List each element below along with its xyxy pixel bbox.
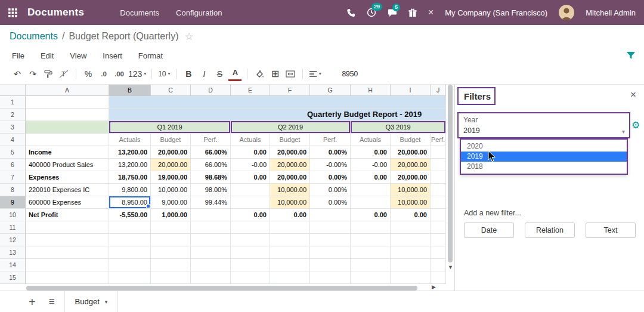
cell-G4[interactable]: Perf. [310,134,351,146]
cell-E9[interactable] [231,196,270,209]
sheet-tab-budget[interactable]: Budget ▾ [64,291,119,312]
cell-A6[interactable]: 400000 Product Sales [26,159,109,171]
cell-D4[interactable]: Perf. [191,134,231,146]
cell-F7[interactable]: 20,000.00 [270,171,310,184]
font-size-selector[interactable]: 10▾ [157,67,171,81]
cell-B8[interactable]: 9,800.00 [109,184,151,196]
cell-J13[interactable] [431,246,446,259]
year-option-2019-selected[interactable]: 2019 [461,152,627,162]
cell-F8[interactable]: 10,000.00 [270,184,310,196]
cell-H12[interactable] [351,234,391,246]
cell-A14[interactable] [26,259,109,271]
cell-H7[interactable]: 0.00 [351,171,391,184]
apps-menu-icon[interactable] [0,8,25,17]
col-header-D[interactable]: D [191,85,231,96]
cell-G6[interactable]: -0.00% [310,159,351,171]
cell-D7[interactable]: 98.68% [191,171,231,184]
cell-E5[interactable]: 0.00 [231,146,270,159]
cell-H15[interactable] [351,271,391,284]
row-header-13[interactable]: 13 [0,246,26,259]
cell-J7[interactable] [431,171,446,184]
cell-B7[interactable]: 18,750.00 [109,171,151,184]
chevron-down-icon[interactable]: ▾ [622,128,625,135]
cell-E15[interactable] [231,271,270,284]
add-sheet-button[interactable]: + [29,296,36,308]
cell-D11[interactable] [191,221,231,234]
close-panel-icon[interactable]: × [630,89,636,100]
col-header-G[interactable]: G [310,85,351,96]
cell-J4[interactable]: Perf. [431,134,446,146]
cell-F6[interactable]: 20,000.00 [270,159,310,171]
cell-B14[interactable] [109,259,151,271]
cell-J10[interactable] [431,209,446,221]
cell-D9[interactable]: 99.44% [191,196,231,209]
vertical-scrollbar[interactable]: ▼ [447,85,454,284]
cell-C7[interactable]: 19,000.00 [151,171,191,184]
cell-F11[interactable] [270,221,310,234]
cell-B13[interactable] [109,246,151,259]
cell-I9[interactable]: 10,000.00 [391,196,431,209]
cell-E7[interactable]: 0.00 [231,171,270,184]
col-header-I[interactable]: I [391,85,431,96]
col-header-H[interactable]: H [351,85,391,96]
cell-A15[interactable] [26,271,109,284]
breadcrumb-documents[interactable]: Documents [10,31,58,42]
row-header-4[interactable]: 4 [0,134,26,146]
cell-D14[interactable] [191,259,231,271]
quarter-header-2[interactable]: Q2 2019 [231,121,351,134]
cell-D15[interactable] [191,271,231,284]
cell-B10[interactable]: -5,550.00 [109,209,151,221]
year-option-2018[interactable]: 2018 [461,162,627,172]
sheet-list-icon[interactable]: ≡ [49,296,55,307]
cell-C9[interactable]: 9,000.00 [151,196,191,209]
cell-C8[interactable]: 10,000.00 [151,184,191,196]
cell-H8[interactable] [351,184,391,196]
cell-F4[interactable]: Budget [270,134,310,146]
cell-G11[interactable] [310,221,351,234]
format-percent-icon[interactable]: % [82,67,95,81]
undo-icon[interactable]: ↶ [11,67,24,81]
sheet-title-cell[interactable]: Quarterly Budget Report - 2019 [109,109,446,121]
cell-I11[interactable] [391,221,431,234]
row-header-15[interactable]: 15 [0,271,26,284]
gear-icon[interactable]: ⚙ [631,121,640,130]
cell-I10[interactable]: 0.00 [391,209,431,221]
cell-B4[interactable]: Actuals [109,134,151,146]
col-header-C[interactable]: C [151,85,191,96]
cell-B5[interactable]: 13,200.00 [109,146,151,159]
favorite-star-icon[interactable]: ☆ [184,30,193,43]
cell-E14[interactable] [231,259,270,271]
redo-icon[interactable]: ↷ [26,67,39,81]
cell-H10[interactable]: 0.00 [351,209,391,221]
phone-icon[interactable] [346,8,355,17]
cell-A11[interactable] [26,221,109,234]
row-header-6[interactable]: 6 [0,159,26,171]
cell-C10[interactable]: 1,000.00 [151,209,191,221]
cell-E11[interactable] [231,221,270,234]
col-header-E[interactable]: E [231,85,270,96]
topbar-menu-documents[interactable]: Documents [120,8,159,17]
row-header-8[interactable]: 8 [0,184,26,196]
cell-B1[interactable] [109,96,446,109]
user-avatar[interactable] [559,5,574,20]
strikethrough-button[interactable]: S [213,67,226,81]
cell-G8[interactable]: 0.00% [310,184,351,196]
cell-E10[interactable]: 0.00 [231,209,270,221]
cell-G7[interactable]: 0.00% [310,171,351,184]
grid-corner[interactable] [0,85,26,96]
cell-I13[interactable] [391,246,431,259]
col-header-F[interactable]: F [270,85,310,96]
row-header-12[interactable]: 12 [0,234,26,246]
menu-view[interactable]: View [70,51,86,60]
cell-D10[interactable] [191,209,231,221]
scroll-down-icon[interactable]: ▼ [448,264,453,270]
menu-format[interactable]: Format [138,51,163,60]
cell-A5[interactable]: Income [26,146,109,159]
cell-I12[interactable] [391,234,431,246]
cell-E13[interactable] [231,246,270,259]
cell-J5[interactable] [431,146,446,159]
cell-C6[interactable]: 20,000.00 [151,159,191,171]
close-announcement-icon[interactable]: × [428,8,434,17]
cell-G9[interactable]: 0.00% [310,196,351,209]
cell-H14[interactable] [351,259,391,271]
